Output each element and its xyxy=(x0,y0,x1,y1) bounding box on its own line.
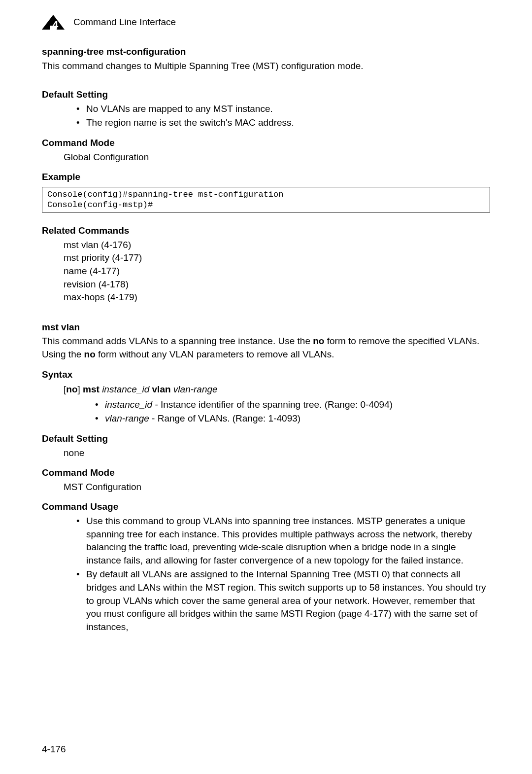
text: form without any VLAN parameters to remo… xyxy=(96,349,334,359)
command-desc-mstvlan: This command adds VLANs to a spanning tr… xyxy=(42,335,490,361)
bold-no: no xyxy=(84,349,96,359)
command-usage-heading: Command Usage xyxy=(42,500,490,514)
param-desc: - Range of VLANs. (Range: 1-4093) xyxy=(149,413,300,423)
command-mode-value-2: MST Configuration xyxy=(42,481,490,494)
syntax-heading: Syntax xyxy=(42,368,490,382)
page-number: 4-176 xyxy=(42,743,66,756)
related-commands-heading: Related Commands xyxy=(42,224,490,238)
default-setting-heading: Default Setting xyxy=(42,88,490,102)
default-setting-value-2: none xyxy=(42,447,490,460)
syntax-mst: mst xyxy=(83,384,100,394)
param-desc: - Instance identifier of the spanning tr… xyxy=(152,399,393,410)
chapter-number-icon: 4 xyxy=(42,15,65,30)
example-heading: Example xyxy=(42,171,490,184)
command-title-mstvlan: mst vlan xyxy=(42,321,490,334)
command-mode-heading-2: Command Mode xyxy=(42,466,490,480)
param-name: vlan-range xyxy=(105,413,149,423)
command-desc: This command changes to Multiple Spannin… xyxy=(42,60,490,73)
command-mode-heading: Command Mode xyxy=(42,137,490,150)
svg-text:4: 4 xyxy=(52,19,59,30)
text: This command adds VLANs to a spanning tr… xyxy=(42,336,313,346)
syntax-param-list: instance_id - Instance identifier of the… xyxy=(42,398,490,425)
list-item: instance_id - Instance identifier of the… xyxy=(95,398,490,412)
example-code-block: Console(config)#spanning-tree mst-config… xyxy=(42,187,490,213)
related-item: max-hops (4-179) xyxy=(64,291,490,304)
list-item: vlan-range - Range of VLANs. (Range: 1-4… xyxy=(95,412,490,425)
list-item: The region name is set the switch's MAC … xyxy=(76,116,490,130)
list-item: By default all VLANs are assigned to the… xyxy=(76,568,490,633)
syntax-instance-id: instance_id xyxy=(100,384,152,394)
chapter-title: Command Line Interface xyxy=(73,16,176,29)
command-mode-value: Global Configuration xyxy=(42,151,490,164)
syntax-no: no xyxy=(66,384,77,394)
syntax-line: [no] mst instance_id vlan vlan-range xyxy=(42,383,490,396)
related-commands-list: mst vlan (4-176) mst priority (4-177) na… xyxy=(42,239,490,304)
related-item: revision (4-178) xyxy=(64,278,490,291)
list-item: No VLANs are mapped to any MST instance. xyxy=(76,103,490,116)
related-item: mst priority (4-177) xyxy=(64,251,490,265)
related-item: mst vlan (4-176) xyxy=(64,239,490,252)
chapter-header: 4 Command Line Interface xyxy=(42,15,490,30)
syntax-vlan: vlan xyxy=(152,384,171,394)
text: ] xyxy=(78,384,83,394)
related-item: name (4-177) xyxy=(64,265,490,278)
default-setting-heading-2: Default Setting xyxy=(42,432,490,446)
bold-no: no xyxy=(313,336,324,346)
command-title-stmc: spanning-tree mst-configuration xyxy=(42,45,490,59)
command-usage-list: Use this command to group VLANs into spa… xyxy=(42,515,490,633)
param-name: instance_id xyxy=(105,399,152,410)
list-item: Use this command to group VLANs into spa… xyxy=(76,515,490,567)
default-setting-list: No VLANs are mapped to any MST instance.… xyxy=(42,103,490,130)
syntax-vlan-range: vlan-range xyxy=(171,384,218,394)
